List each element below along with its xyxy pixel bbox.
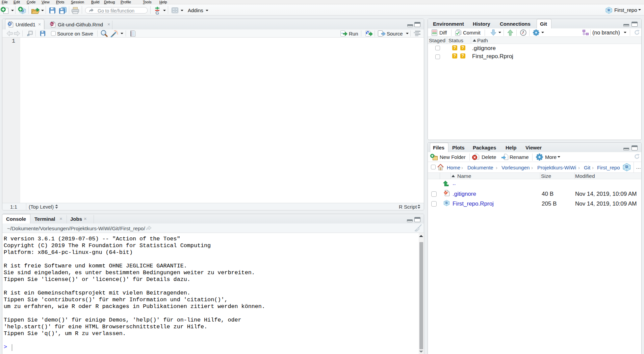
svg-text:R: R — [9, 22, 11, 26]
svg-text:R: R — [445, 201, 448, 205]
svg-text:R: R — [625, 164, 628, 169]
svg-text:G: G — [155, 10, 159, 16]
svg-text:Rmd: Rmd — [50, 23, 54, 25]
svg-text:R: R — [608, 8, 611, 12]
